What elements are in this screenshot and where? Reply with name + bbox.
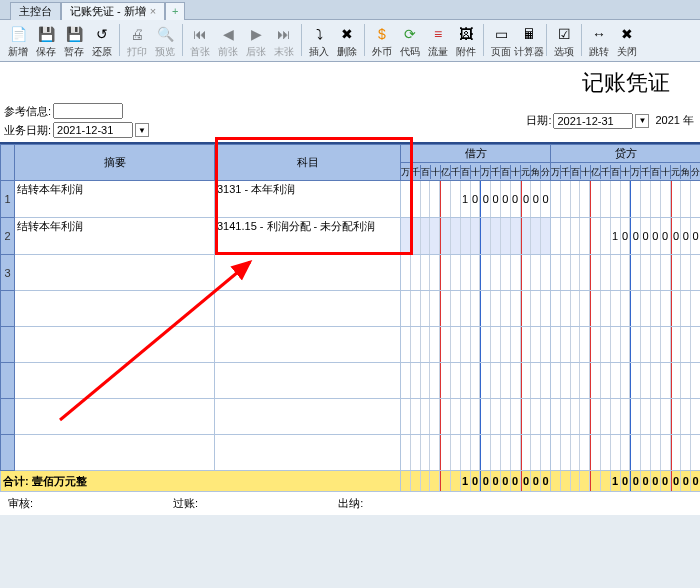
page-button[interactable]: ▭页面 [487, 22, 515, 59]
cell-credit[interactable] [551, 327, 701, 363]
footer: 审核: 过账: 出纳: [0, 492, 700, 515]
separator [182, 24, 183, 56]
close-button[interactable]: ✖关闭 [613, 22, 641, 59]
cell-debit[interactable]: 100000000 [401, 181, 551, 218]
cell-subject[interactable]: 3141.15 - 利润分配 - 未分配利润 [215, 218, 401, 255]
cell-summary[interactable]: 结转本年利润 [15, 181, 215, 218]
delete-button[interactable]: ✖删除 [333, 22, 361, 59]
table-row[interactable]: 2结转本年利润3141.15 - 利润分配 - 未分配利润100000000 [1, 218, 701, 255]
separator [301, 24, 302, 56]
cell-credit[interactable] [551, 181, 701, 218]
row-number [1, 327, 15, 363]
date-input[interactable] [553, 113, 633, 129]
page-icon: ▭ [491, 24, 511, 44]
bizdate-input[interactable] [53, 122, 133, 138]
cell-debit[interactable] [401, 291, 551, 327]
total-debit: 100000000 [401, 471, 551, 492]
cell-credit[interactable]: 100000000 [551, 218, 701, 255]
table-row[interactable]: 3 [1, 255, 701, 291]
ref-input[interactable] [53, 103, 123, 119]
cell-debit[interactable] [401, 218, 551, 255]
preview-button[interactable]: 🔍预览 [151, 22, 179, 59]
cell-summary[interactable] [15, 435, 215, 471]
cell-credit[interactable] [551, 255, 701, 291]
header-debit: 借方 [401, 145, 551, 163]
separator [119, 24, 120, 56]
cell-debit[interactable] [401, 327, 551, 363]
dropdown-icon[interactable]: ▼ [635, 114, 649, 128]
tab-add[interactable]: + [165, 2, 185, 20]
table-row[interactable]: 1结转本年利润3131 - 本年利润100000000 [1, 181, 701, 218]
cell-summary[interactable]: 结转本年利润 [15, 218, 215, 255]
cell-subject[interactable] [215, 399, 401, 435]
plus-icon: + [172, 5, 178, 17]
save-button[interactable]: 💾保存 [32, 22, 60, 59]
cell-debit[interactable] [401, 363, 551, 399]
restore-button[interactable]: ↺还原 [88, 22, 116, 59]
calc-button[interactable]: 🖩计算器 [515, 22, 543, 59]
cell-summary[interactable] [15, 399, 215, 435]
cell-subject[interactable] [215, 363, 401, 399]
insert-icon: ⤵ [309, 24, 329, 44]
attach-button[interactable]: 🖼附件 [452, 22, 480, 59]
print-button[interactable]: 🖨打印 [123, 22, 151, 59]
cell-summary[interactable] [15, 255, 215, 291]
row-number [1, 399, 15, 435]
flow-icon: ≡ [428, 24, 448, 44]
attach-icon: 🖼 [456, 24, 476, 44]
cell-summary[interactable] [15, 291, 215, 327]
cell-subject[interactable] [215, 255, 401, 291]
separator [364, 24, 365, 56]
tab-label: 记账凭证 - 新增 [70, 4, 146, 19]
calc-icon: 🖩 [519, 24, 539, 44]
dropdown-icon[interactable]: ▼ [135, 123, 149, 137]
opts-icon: ☑ [554, 24, 574, 44]
ref-label: 参考信息: [4, 104, 51, 119]
header-summary: 摘要 [15, 145, 215, 181]
cell-credit[interactable] [551, 363, 701, 399]
save-icon: 💾 [36, 24, 56, 44]
total-credit: 100000000 [551, 471, 701, 492]
insert-button[interactable]: ⤵插入 [305, 22, 333, 59]
header-debit-digits: 万千百十亿千百十万千百十元角分 [401, 163, 551, 181]
cell-debit[interactable] [401, 255, 551, 291]
info-bar: 参考信息: 业务日期: ▼ 日期: ▼ 2021 年 [0, 101, 700, 142]
last-icon: ⏭ [274, 24, 294, 44]
close-icon[interactable]: × [150, 5, 156, 17]
first-button[interactable]: ⏮首张 [186, 22, 214, 59]
delete-icon: ✖ [337, 24, 357, 44]
table-row[interactable] [1, 399, 701, 435]
tab-voucher[interactable]: 记账凭证 - 新增× [61, 2, 165, 20]
separator [483, 24, 484, 56]
hold-button[interactable]: 💾暂存 [60, 22, 88, 59]
table-row[interactable] [1, 435, 701, 471]
cell-summary[interactable] [15, 363, 215, 399]
table-row[interactable] [1, 363, 701, 399]
jump-button[interactable]: ↔跳转 [585, 22, 613, 59]
fx-button[interactable]: $外币 [368, 22, 396, 59]
header-rownum [1, 145, 15, 181]
cell-summary[interactable] [15, 327, 215, 363]
cell-credit[interactable] [551, 399, 701, 435]
code-button[interactable]: ⟳代码 [396, 22, 424, 59]
cell-credit[interactable] [551, 291, 701, 327]
flow-button[interactable]: ≡流量 [424, 22, 452, 59]
opts-button[interactable]: ☑选项 [550, 22, 578, 59]
cell-subject[interactable]: 3131 - 本年利润 [215, 181, 401, 218]
cell-subject[interactable] [215, 435, 401, 471]
tab-console[interactable]: 主控台 [10, 2, 61, 20]
prev-button[interactable]: ◀前张 [214, 22, 242, 59]
first-icon: ⏮ [190, 24, 210, 44]
cell-subject[interactable] [215, 291, 401, 327]
cell-subject[interactable] [215, 327, 401, 363]
cell-debit[interactable] [401, 399, 551, 435]
cell-credit[interactable] [551, 435, 701, 471]
cell-debit[interactable] [401, 435, 551, 471]
year-suffix: 2021 年 [655, 113, 694, 128]
new-icon: 📄 [8, 24, 28, 44]
last-button[interactable]: ⏭末张 [270, 22, 298, 59]
table-row[interactable] [1, 291, 701, 327]
next-button[interactable]: ▶后张 [242, 22, 270, 59]
new-button[interactable]: 📄新增 [4, 22, 32, 59]
table-row[interactable] [1, 327, 701, 363]
